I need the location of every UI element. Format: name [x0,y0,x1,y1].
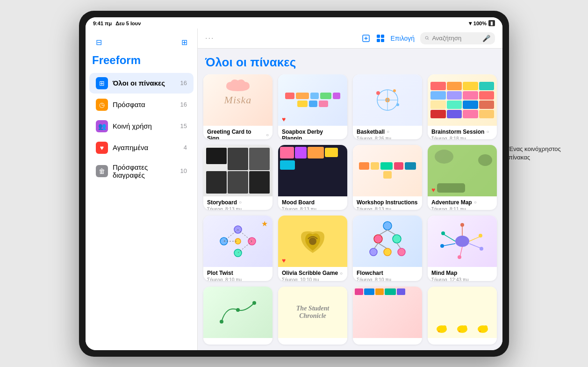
battery-level: 100% [473,21,487,26]
board-card[interactable] [428,287,497,345]
board-name: Olivia Scribble Game [282,270,338,276]
svg-point-10 [376,91,380,95]
board-info: Plot Twist Σήμερα, 8:10 πμ [203,267,272,281]
sidebar-badge-favorites: 4 [184,144,187,151]
sidebar-badge-deleted: 10 [180,167,187,174]
sidebar-toggle-button[interactable]: ⊟ [92,36,105,49]
sidebar-item-label-deleted: Πρόσφατες διαγραφές [113,163,176,179]
toolbar-right: Επιλογή 🎤 [362,32,495,44]
all-boards-icon: ⊞ [96,77,108,89]
main-content: ··· [198,29,502,350]
board-title-row: Adventure Map ○ [431,199,493,206]
sidebar-item-favorites[interactable]: ♥ Αγαπημένα 4 [89,137,194,158]
board-name: Mind Map [431,270,457,276]
ipad-frame: 9:41 πμ Δευ 5 Ιουν ▾ 100% ▮ ⊟ ⊞ Free [79,11,509,357]
sidebar-item-recent[interactable]: ◷ Πρόσφατα 16 [89,94,194,115]
board-name: Workshop Instructions [357,199,417,206]
board-meta: Σήμερα, 8:26 πμDanny Rico [357,136,418,139]
board-name: Brainstorm Session [431,129,484,135]
search-bar[interactable]: 🎤 [420,32,495,44]
search-input[interactable] [432,35,480,42]
board-info: Workshop Instructions Σήμερα, 8:13 πμ [353,196,422,210]
board-card[interactable] [203,287,272,345]
sidebar-new-button[interactable]: ⊞ [178,36,191,49]
ipad-screen: 9:41 πμ Δευ 5 Ιουν ▾ 100% ▮ ⊟ ⊞ Free [86,17,502,350]
sidebar-item-shared[interactable]: 👥 Κοινή χρήση 15 [89,116,194,137]
recent-icon: ◷ [96,99,108,111]
svg-point-47 [220,320,223,324]
board-thumbnail: ★ [203,216,272,267]
svg-line-36 [444,234,455,241]
board-thumbnail: ♥ [278,216,347,267]
board-title-row: Storyboard ○ [207,199,269,206]
board-title-row: Mood Board [282,199,344,206]
board-name: Mood Board [282,199,315,206]
svg-point-41 [460,223,464,227]
new-board-button[interactable] [362,34,370,43]
board-card[interactable]: Workshop Instructions Σήμερα, 8:13 πμ [353,145,422,210]
svg-point-42 [441,231,445,235]
select-button[interactable]: Επιλογή [391,35,415,42]
sidebar-item-label-recent: Πρόσφατα [113,101,176,108]
svg-line-29 [380,230,387,235]
board-card[interactable] [353,287,422,345]
board-card[interactable]: ★ Plot Twist Σήμερα, 8:10 πμ [203,216,272,281]
share-icon: ○ [486,129,489,134]
favorite-badge: ♥ [282,257,286,264]
svg-point-43 [440,244,444,248]
svg-line-40 [469,244,481,248]
sidebar-item-all-boards[interactable]: ⊞ Όλοι οι πίνακες 16 [89,73,194,94]
board-card[interactable]: ♥ Adventure Map ○ Σήμερα, 8:11 πμDanny R… [428,145,497,210]
select-label: Επιλογή [391,35,415,42]
board-card[interactable]: ♥ Soapbox Derby Plannin... Σήμερα, 8:39 … [278,74,347,139]
board-card[interactable]: Brainstorm Session ○ Σήμερα, 8:18 πμDann… [428,74,497,139]
board-card[interactable]: Flowchart Σήμερα, 8:10 πμ [353,216,422,281]
favorite-badge: ♥ [431,186,435,194]
svg-rect-3 [377,39,380,42]
svg-line-33 [397,243,401,248]
share-icon: ○ [340,271,343,276]
board-title-row: Soapbox Derby Plannin... [282,129,344,139]
board-card[interactable]: The StudentChronicle [278,287,347,345]
mic-icon[interactable]: 🎤 [482,35,490,42]
board-thumbnail: ♥ [428,145,497,196]
svg-point-25 [393,235,401,243]
svg-point-44 [458,255,461,259]
board-meta: Σήμερα, 10:10 πμDanny Rico [282,277,344,281]
board-meta: Σήμερα, 8:10 πμ [207,277,269,281]
share-icon: ○ [387,129,389,134]
favorite-badge: ♥ [282,115,286,123]
svg-point-23 [383,222,392,230]
status-right: ▾ 100% ▮ [469,20,495,27]
board-thumbnail: The StudentChronicle [278,287,347,338]
board-card[interactable]: Mood Board Σήμερα, 8:13 πμ [278,145,347,210]
outer-wrapper: Ένας πίνακας που έχει σημανθεί ως αγαπημ… [0,0,588,367]
board-card[interactable]: Miska Greeting Card to Sign ○ Σήμερα, 9:… [203,74,272,139]
board-thumbnail [203,145,272,196]
board-thumbnail: ♥ [278,74,347,126]
board-card[interactable]: Storyboard ○ Σήμερα, 8:13 πμDanny Rico [203,145,272,210]
board-card[interactable]: Mind Map Σήμερα, 12:43 πμ [428,216,497,281]
board-thumbnail [278,145,347,196]
battery-indicator: ▮ [488,20,495,26]
board-meta: Σήμερα, 8:13 πμ [282,206,344,210]
board-thumbnail [428,74,497,126]
board-name: Flowchart [357,270,383,276]
sidebar-item-deleted[interactable]: 🗑 Πρόσφατες διαγραφές 10 [89,159,194,183]
svg-point-58 [479,331,481,332]
board-title-row: Greeting Card to Sign ○ [207,129,269,139]
svg-line-30 [387,230,395,235]
board-meta: Σήμερα, 8:11 πμDanny Rico [431,206,493,210]
board-info: Olivia Scribble Game ○ Σήμερα, 10:10 πμD… [278,267,347,281]
board-info: Flowchart Σήμερα, 8:10 πμ [353,267,422,281]
grid-view-button[interactable] [376,34,385,43]
share-icon: ○ [474,200,477,205]
board-info [203,338,272,345]
boards-title: Όλοι οι πίνακες [198,49,502,74]
board-thumbnail [428,216,497,267]
board-card[interactable]: ♥ Olivia Scribble Game ○ Σήμερα, 10:10 π… [278,216,347,281]
status-left: 9:41 πμ Δευ 5 Ιουν [93,21,141,26]
board-thumbnail [353,287,422,338]
board-card[interactable]: Basketball ○ Σήμερα, 8:26 πμDanny Rico [353,74,422,139]
svg-line-32 [378,243,387,248]
